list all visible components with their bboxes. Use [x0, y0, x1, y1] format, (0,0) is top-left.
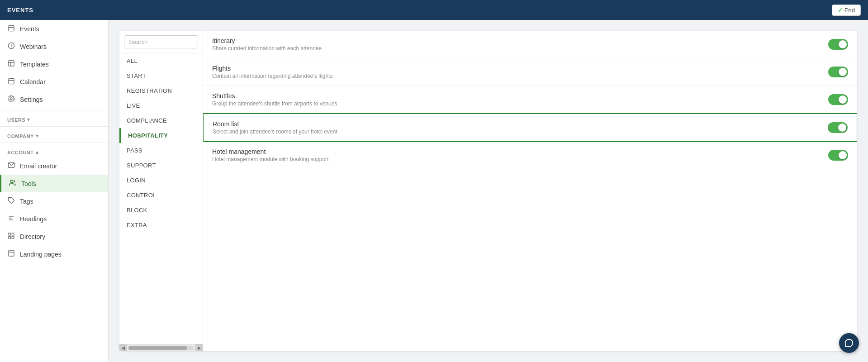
toggle-hotel-management[interactable]	[828, 150, 848, 161]
company-section-header[interactable]: COMPANY ▾	[0, 129, 108, 141]
module-row-flights: FlightsContain all information regarding…	[203, 58, 857, 86]
users-section-header[interactable]: USERS ▾	[0, 112, 108, 124]
sidebar-item-calendar[interactable]: Calendar	[0, 73, 108, 90]
directory-icon	[7, 232, 15, 241]
module-info-shuttles: ShuttlesGroup the attendee's shuttle fro…	[212, 92, 828, 107]
module-row-shuttles: ShuttlesGroup the attendee's shuttle fro…	[203, 86, 857, 114]
calendar-label: Calendar	[20, 78, 46, 86]
scroll-left-arrow[interactable]: ◀	[119, 344, 127, 352]
search-input[interactable]	[124, 35, 198, 48]
chat-bubble[interactable]	[839, 333, 859, 353]
module-info-flights: FlightsContain all information regarding…	[212, 65, 828, 79]
headings-icon	[7, 214, 15, 223]
toggle-room-list[interactable]	[828, 122, 848, 133]
sidebar-item-directory[interactable]: Directory	[0, 228, 108, 245]
main-layout: Events Webinars Templates Calendar Setti	[0, 20, 868, 362]
tags-icon	[7, 197, 15, 205]
tags-label: Tags	[20, 198, 33, 205]
sidebar-item-events[interactable]: Events	[0, 20, 108, 38]
bottom-scroll: ◀ ▶	[119, 344, 203, 351]
webinars-label: Webinars	[20, 43, 47, 50]
scroll-thumb	[128, 346, 187, 350]
filter-item-extra[interactable]: EXTRA	[119, 218, 203, 233]
filter-item-pass[interactable]: PASS	[119, 143, 203, 158]
module-info-itinerary: ItineraryShare curated information with …	[212, 37, 828, 52]
filter-item-live[interactable]: LIVE	[119, 98, 203, 113]
svg-rect-23	[9, 251, 14, 256]
module-desc-itinerary: Share curated information with each atte…	[212, 45, 828, 52]
module-name-flights: Flights	[212, 65, 828, 72]
search-box	[119, 31, 203, 53]
email-icon	[7, 162, 15, 170]
filter-item-support[interactable]: SUPPORT	[119, 158, 203, 173]
scroll-right-arrow[interactable]: ▶	[195, 344, 203, 352]
sidebar-item-email-creator[interactable]: Email creator	[0, 157, 108, 175]
end-button[interactable]: ✓ End	[832, 5, 861, 16]
module-desc-shuttles: Group the attendee's shuttle from airpor…	[212, 100, 828, 107]
filter-item-compliance[interactable]: COMPLIANCE	[119, 113, 203, 128]
toggle-itinerary[interactable]	[828, 39, 848, 50]
module-name-room-list: Room list	[213, 120, 828, 128]
sidebar-item-tools[interactable]: Tools	[0, 175, 108, 192]
filter-item-registration[interactable]: REGISTRATION	[119, 83, 203, 98]
content-area: ALLSTARTREGISTRATIONLIVECOMPLIANCEHOSPIT…	[109, 20, 868, 362]
users-chevron-icon: ▾	[27, 117, 30, 123]
toggle-flights[interactable]	[828, 67, 848, 77]
events-label: Events	[20, 25, 39, 33]
tools-icon	[9, 179, 17, 188]
svg-rect-5	[9, 61, 14, 66]
top-bar: EVENTS ✓ End	[0, 0, 868, 20]
headings-label: Headings	[20, 215, 47, 223]
events-icon	[7, 24, 15, 33]
module-name-itinerary: Itinerary	[212, 37, 828, 44]
directory-label: Directory	[20, 233, 45, 240]
sidebar: Events Webinars Templates Calendar Setti	[0, 20, 109, 362]
templates-icon	[7, 60, 15, 68]
panel-container: ALLSTARTREGISTRATIONLIVECOMPLIANCEHOSPIT…	[119, 31, 857, 351]
sidebar-item-templates[interactable]: Templates	[0, 55, 108, 73]
company-section-label: COMPANY	[7, 133, 34, 139]
app-title: EVENTS	[7, 7, 33, 14]
module-desc-room-list: Select and join attendee's rooms of your…	[213, 129, 828, 135]
filter-item-hospitality[interactable]: HOSPITALITY	[119, 128, 203, 143]
filter-item-control[interactable]: CONTROL	[119, 188, 203, 203]
landing-pages-icon	[7, 250, 15, 258]
sidebar-item-landing-pages[interactable]: Landing pages	[0, 245, 108, 263]
end-button-label: End	[844, 7, 855, 14]
svg-rect-8	[9, 79, 14, 84]
scroll-track	[128, 346, 194, 350]
sidebar-item-settings[interactable]: Settings	[0, 90, 108, 108]
module-row-itinerary: ItineraryShare curated information with …	[203, 31, 857, 58]
modules-panel: ItineraryShare curated information with …	[203, 31, 857, 351]
tools-label: Tools	[21, 180, 36, 187]
sidebar-item-headings[interactable]: Headings	[0, 210, 108, 228]
templates-label: Templates	[20, 61, 49, 68]
svg-rect-0	[9, 26, 14, 31]
svg-point-14	[10, 180, 13, 182]
sidebar-item-webinars[interactable]: Webinars	[0, 38, 108, 55]
module-info-hotel-management: Hotel managementHotel management module …	[212, 148, 828, 162]
email-creator-label: Email creator	[20, 162, 57, 170]
module-desc-flights: Contain all information regarding attend…	[212, 73, 828, 79]
sidebar-item-tags[interactable]: Tags	[0, 192, 108, 210]
filter-item-block[interactable]: BLOCK	[119, 203, 203, 218]
module-name-shuttles: Shuttles	[212, 92, 828, 100]
users-section-label: USERS	[7, 117, 25, 123]
filter-item-start[interactable]: START	[119, 68, 203, 83]
svg-rect-21	[9, 236, 11, 238]
module-name-hotel-management: Hotel management	[212, 148, 828, 155]
svg-rect-19	[9, 233, 11, 235]
filter-list: ALLSTARTREGISTRATIONLIVECOMPLIANCEHOSPIT…	[119, 53, 203, 344]
check-icon: ✓	[838, 7, 843, 14]
filter-item-login[interactable]: LOGIN	[119, 173, 203, 188]
account-section-label: ACCOUNT	[7, 150, 34, 155]
calendar-icon	[7, 77, 15, 86]
svg-rect-22	[12, 236, 14, 238]
toggle-shuttles[interactable]	[828, 94, 848, 105]
settings-icon	[7, 95, 15, 104]
webinars-icon	[7, 42, 15, 51]
company-chevron-icon: ▾	[36, 133, 39, 139]
landing-pages-label: Landing pages	[20, 251, 62, 258]
account-section-header[interactable]: ACCOUNT ▴	[0, 145, 108, 157]
filter-item-all[interactable]: ALL	[119, 53, 203, 68]
